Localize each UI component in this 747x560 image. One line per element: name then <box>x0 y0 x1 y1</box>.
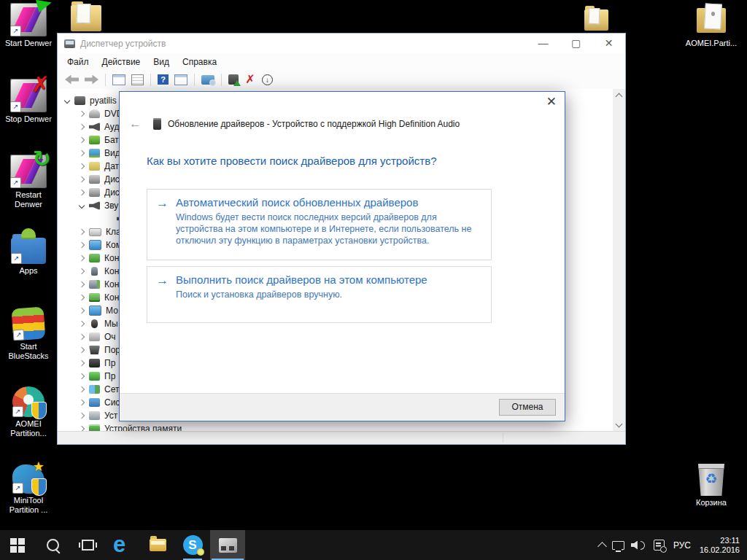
action-center-icon[interactable] <box>654 540 665 551</box>
scan-hardware-icon[interactable] <box>201 75 214 85</box>
tree-item-label: Кон <box>104 266 119 276</box>
search-icon <box>47 539 59 551</box>
taskbar-explorer-button[interactable] <box>140 530 175 560</box>
language-indicator[interactable]: РУС <box>671 540 693 551</box>
arrow-right-icon: → <box>156 197 169 252</box>
chevron-down-icon[interactable] <box>64 98 70 104</box>
chevron-down-icon[interactable] <box>79 203 85 209</box>
monitor-icon <box>89 306 101 316</box>
chevron-right-icon[interactable] <box>79 111 85 117</box>
desktop-icon-recycle-bin[interactable]: Корзина <box>683 462 740 508</box>
vertical-scrollbar[interactable] <box>613 89 625 432</box>
volume-icon[interactable] <box>631 540 647 551</box>
taskbar-device-manager-button[interactable] <box>210 530 245 560</box>
maximize-button[interactable]: ▢ <box>560 34 592 53</box>
back-arrow-icon[interactable]: ← <box>129 118 142 130</box>
close-button[interactable]: ✕ <box>592 34 625 53</box>
shortcut-arrow-icon: ↗ <box>12 483 23 494</box>
chevron-right-icon[interactable] <box>79 373 85 379</box>
option-automatic-search[interactable]: → Автоматический поиск обновленных драйв… <box>147 189 492 260</box>
option-browse-computer[interactable]: → Выполнить поиск драйверов на этом комп… <box>147 266 492 323</box>
chevron-right-icon[interactable] <box>79 268 85 274</box>
chevron-right-icon[interactable] <box>79 163 85 169</box>
properties-icon[interactable] <box>131 74 144 85</box>
clock-date: 16.02.2016 <box>700 545 740 555</box>
taskbar-start-button[interactable] <box>0 530 35 560</box>
shortcut-arrow-icon: ↗ <box>10 26 21 36</box>
chevron-right-icon[interactable] <box>79 229 85 235</box>
chevron-right-icon[interactable] <box>79 400 85 405</box>
chevron-right-icon[interactable] <box>79 176 85 182</box>
title-bar[interactable]: Диспетчер устройств — ▢ ✕ <box>58 34 625 53</box>
desktop-icon-denwer-start[interactable]: ↗Start Denwer <box>0 3 57 48</box>
desktop-icon-label: Stop Denwer <box>5 114 52 124</box>
desktop-icon-bluestacks[interactable]: ↗Start BlueStacks <box>0 306 57 361</box>
back-icon[interactable] <box>65 75 79 85</box>
desktop-icon-aomei[interactable]: ↗AOMEI Partition... <box>0 386 57 438</box>
chevron-right-icon[interactable] <box>79 308 85 314</box>
chevron-up-icon[interactable] <box>597 542 607 551</box>
taskbar-task-view-button[interactable] <box>70 530 105 560</box>
desktop-icon-label: Корзина <box>696 498 727 508</box>
menu-item[interactable]: Справка <box>176 54 223 70</box>
chevron-right-icon[interactable] <box>79 281 85 287</box>
printer-icon <box>89 332 100 341</box>
taskbar-search-button[interactable] <box>35 530 70 560</box>
clock[interactable]: 23:11 16.02.2016 <box>700 536 740 555</box>
desktop-icon-folder-open[interactable]: AOMEI.Parti... <box>683 3 740 48</box>
menu-item[interactable]: Вид <box>147 54 176 70</box>
chevron-right-icon[interactable] <box>79 137 85 143</box>
cancel-button[interactable]: Отмена <box>499 399 556 416</box>
show-categories-icon[interactable] <box>174 74 187 85</box>
computer-icon <box>74 96 85 105</box>
uninstall-icon[interactable] <box>244 74 256 85</box>
forward-icon[interactable] <box>85 75 98 85</box>
desktop-icon-minitool[interactable]: ↗MiniTool Partition ... <box>0 462 57 515</box>
arrow-right-icon: → <box>156 274 169 315</box>
software-icon <box>89 372 100 381</box>
taskbar-edge-button[interactable] <box>105 530 140 560</box>
chevron-right-icon[interactable] <box>79 413 85 419</box>
update-driver-icon[interactable] <box>228 74 239 85</box>
scroll-down-icon[interactable] <box>616 421 623 428</box>
desktop-icon-label: AOMEI Partition... <box>1 419 56 438</box>
menu-item[interactable]: Действие <box>96 54 147 70</box>
desktop-icon-label: MiniTool Partition ... <box>1 496 56 515</box>
chevron-right-icon[interactable] <box>79 386 85 392</box>
chevron-right-icon[interactable] <box>79 124 85 130</box>
scroll-up-icon[interactable] <box>616 93 623 101</box>
menu-item[interactable]: Файл <box>61 54 96 70</box>
option-title: Автоматический поиск обновленных драйвер… <box>176 196 482 209</box>
apps-icon: ↗ <box>11 238 46 264</box>
device-manager-app-icon <box>64 39 75 48</box>
folder-icon[interactable] <box>71 5 101 31</box>
tree-item-label: Дат <box>104 161 119 171</box>
show-info-icon[interactable] <box>112 74 125 85</box>
chevron-right-icon[interactable] <box>79 347 85 353</box>
idecard-icon <box>89 293 100 302</box>
folder-icon[interactable] <box>584 9 608 31</box>
dialog-close-icon[interactable]: ✕ <box>546 96 557 108</box>
chevron-right-icon[interactable] <box>79 255 85 261</box>
tree-item-label: Пр <box>104 371 115 381</box>
chevron-right-icon[interactable] <box>79 190 85 195</box>
minimize-button[interactable]: — <box>527 34 560 53</box>
chevron-right-icon[interactable] <box>79 321 85 327</box>
desktop-icon-denwer-restart[interactable]: ↗Restart Denwer <box>0 155 57 209</box>
chevron-right-icon[interactable] <box>79 295 85 300</box>
disable-icon[interactable] <box>262 74 273 85</box>
chevron-right-icon[interactable] <box>79 360 85 366</box>
help-icon[interactable] <box>158 74 169 85</box>
desktop-icon-apps[interactable]: ↗Apps <box>0 232 57 276</box>
monitor-icon <box>89 240 101 250</box>
taskbar-skype-button[interactable] <box>175 530 210 560</box>
chevron-right-icon[interactable] <box>79 242 85 248</box>
shortcut-arrow-icon: ↗ <box>13 329 25 341</box>
network-icon[interactable] <box>612 541 624 550</box>
update-driver-dialog: ✕ ← Обновление драйверов - Устройство с … <box>119 91 565 421</box>
processor-icon <box>89 359 100 368</box>
chevron-right-icon[interactable] <box>79 334 85 340</box>
desktop-icon-denwer-stop[interactable]: ↗Stop Denwer <box>0 79 57 124</box>
chevron-right-icon[interactable] <box>79 150 85 156</box>
recycle-bin-icon <box>697 464 725 496</box>
